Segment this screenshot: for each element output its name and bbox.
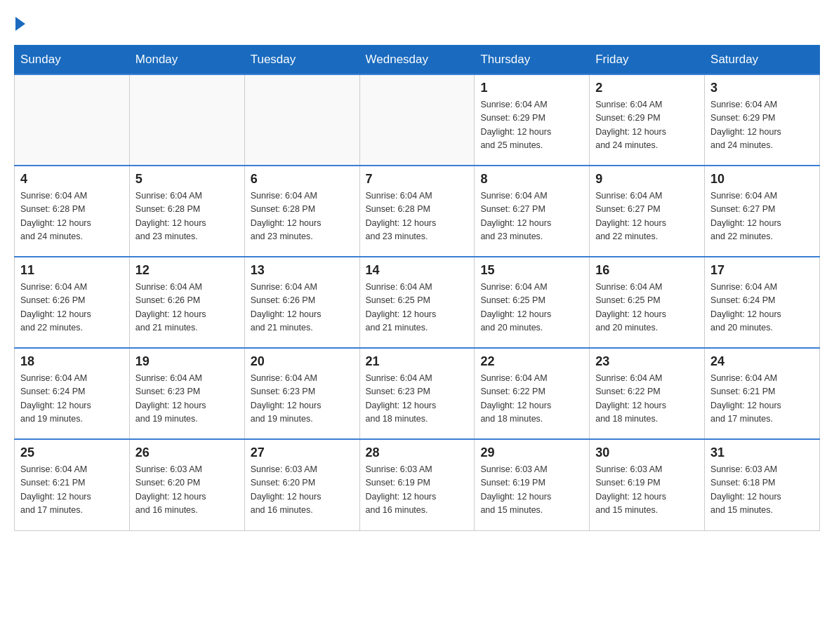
calendar-week-row: 11Sunrise: 6:04 AMSunset: 6:26 PMDayligh…: [15, 257, 820, 348]
day-number: 2: [595, 81, 699, 95]
day-info: Sunrise: 6:03 AMSunset: 6:20 PMDaylight:…: [251, 463, 354, 518]
day-number: 25: [20, 445, 124, 460]
day-number: 1: [480, 81, 583, 95]
day-info: Sunrise: 6:04 AMSunset: 6:26 PMDaylight:…: [251, 281, 354, 335]
day-number: 21: [366, 354, 469, 369]
day-info: Sunrise: 6:04 AMSunset: 6:28 PMDaylight:…: [251, 189, 354, 244]
calendar-cell: 28Sunrise: 6:03 AMSunset: 6:19 PMDayligh…: [359, 439, 475, 530]
day-info: Sunrise: 6:03 AMSunset: 6:19 PMDaylight:…: [366, 463, 469, 518]
calendar-cell: 2Sunrise: 6:04 AMSunset: 6:29 PMDaylight…: [590, 74, 705, 166]
day-of-week-header: Thursday: [475, 46, 590, 75]
day-info: Sunrise: 6:03 AMSunset: 6:19 PMDaylight:…: [595, 463, 699, 518]
day-info: Sunrise: 6:04 AMSunset: 6:24 PMDaylight:…: [710, 281, 814, 335]
logo: [14, 14, 25, 31]
day-number: 8: [480, 172, 583, 187]
day-number: 18: [20, 354, 124, 369]
calendar-cell: 22Sunrise: 6:04 AMSunset: 6:22 PMDayligh…: [475, 348, 590, 439]
day-info: Sunrise: 6:04 AMSunset: 6:22 PMDaylight:…: [480, 372, 583, 427]
calendar-cell: 23Sunrise: 6:04 AMSunset: 6:22 PMDayligh…: [590, 348, 705, 439]
day-number: 27: [251, 445, 354, 460]
day-number: 7: [366, 172, 469, 187]
calendar-cell: 27Sunrise: 6:03 AMSunset: 6:20 PMDayligh…: [244, 439, 359, 530]
day-number: 28: [366, 445, 469, 460]
calendar-cell: 9Sunrise: 6:04 AMSunset: 6:27 PMDaylight…: [590, 166, 705, 257]
day-number: 19: [135, 354, 239, 369]
calendar-week-row: 18Sunrise: 6:04 AMSunset: 6:24 PMDayligh…: [15, 348, 820, 439]
calendar-cell: 30Sunrise: 6:03 AMSunset: 6:19 PMDayligh…: [590, 439, 705, 530]
logo-triangle-icon: [15, 17, 25, 31]
day-info: Sunrise: 6:04 AMSunset: 6:26 PMDaylight:…: [135, 281, 239, 335]
day-info: Sunrise: 6:04 AMSunset: 6:25 PMDaylight:…: [595, 281, 699, 335]
day-number: 29: [480, 445, 583, 460]
day-number: 23: [595, 354, 699, 369]
day-number: 14: [366, 263, 469, 278]
calendar-cell: 14Sunrise: 6:04 AMSunset: 6:25 PMDayligh…: [359, 257, 475, 348]
day-info: Sunrise: 6:03 AMSunset: 6:19 PMDaylight:…: [480, 463, 583, 518]
calendar-cell: 25Sunrise: 6:04 AMSunset: 6:21 PMDayligh…: [15, 439, 130, 530]
day-number: 17: [710, 263, 814, 278]
calendar-cell: 18Sunrise: 6:04 AMSunset: 6:24 PMDayligh…: [15, 348, 130, 439]
day-info: Sunrise: 6:04 AMSunset: 6:25 PMDaylight:…: [366, 281, 469, 335]
day-of-week-header: Tuesday: [244, 46, 359, 75]
day-of-week-header: Saturday: [705, 46, 820, 75]
calendar-cell: 16Sunrise: 6:04 AMSunset: 6:25 PMDayligh…: [590, 257, 705, 348]
day-info: Sunrise: 6:04 AMSunset: 6:28 PMDaylight:…: [366, 189, 469, 244]
day-number: 6: [251, 172, 354, 187]
day-info: Sunrise: 6:04 AMSunset: 6:25 PMDaylight:…: [480, 281, 583, 335]
day-of-week-header: Sunday: [15, 46, 130, 75]
calendar-cell: 11Sunrise: 6:04 AMSunset: 6:26 PMDayligh…: [15, 257, 130, 348]
day-number: 31: [710, 445, 814, 460]
day-info: Sunrise: 6:04 AMSunset: 6:29 PMDaylight:…: [480, 98, 583, 153]
day-info: Sunrise: 6:03 AMSunset: 6:18 PMDaylight:…: [710, 463, 814, 518]
day-info: Sunrise: 6:04 AMSunset: 6:23 PMDaylight:…: [251, 372, 354, 427]
day-number: 11: [20, 263, 124, 278]
day-number: 20: [251, 354, 354, 369]
calendar-cell: [15, 74, 130, 166]
calendar-cell: 4Sunrise: 6:04 AMSunset: 6:28 PMDaylight…: [15, 166, 130, 257]
calendar-cell: 19Sunrise: 6:04 AMSunset: 6:23 PMDayligh…: [129, 348, 244, 439]
day-info: Sunrise: 6:03 AMSunset: 6:20 PMDaylight:…: [135, 463, 239, 518]
day-number: 26: [135, 445, 239, 460]
day-info: Sunrise: 6:04 AMSunset: 6:23 PMDaylight:…: [366, 372, 469, 427]
day-number: 4: [20, 172, 124, 187]
calendar-week-row: 4Sunrise: 6:04 AMSunset: 6:28 PMDaylight…: [15, 166, 820, 257]
day-number: 15: [480, 263, 583, 278]
calendar-cell: 8Sunrise: 6:04 AMSunset: 6:27 PMDaylight…: [475, 166, 590, 257]
day-info: Sunrise: 6:04 AMSunset: 6:29 PMDaylight:…: [595, 98, 699, 153]
day-info: Sunrise: 6:04 AMSunset: 6:29 PMDaylight:…: [710, 98, 814, 153]
day-info: Sunrise: 6:04 AMSunset: 6:24 PMDaylight:…: [20, 372, 124, 427]
day-info: Sunrise: 6:04 AMSunset: 6:27 PMDaylight:…: [710, 189, 814, 244]
calendar-cell: 26Sunrise: 6:03 AMSunset: 6:20 PMDayligh…: [129, 439, 244, 530]
calendar-table: SundayMondayTuesdayWednesdayThursdayFrid…: [14, 45, 820, 531]
calendar-cell: [129, 74, 244, 166]
calendar-cell: 21Sunrise: 6:04 AMSunset: 6:23 PMDayligh…: [359, 348, 475, 439]
day-number: 16: [595, 263, 699, 278]
calendar-week-row: 25Sunrise: 6:04 AMSunset: 6:21 PMDayligh…: [15, 439, 820, 530]
calendar-cell: 31Sunrise: 6:03 AMSunset: 6:18 PMDayligh…: [705, 439, 820, 530]
day-of-week-header: Wednesday: [359, 46, 475, 75]
calendar-cell: 17Sunrise: 6:04 AMSunset: 6:24 PMDayligh…: [705, 257, 820, 348]
day-info: Sunrise: 6:04 AMSunset: 6:28 PMDaylight:…: [20, 189, 124, 244]
calendar-cell: 20Sunrise: 6:04 AMSunset: 6:23 PMDayligh…: [244, 348, 359, 439]
day-info: Sunrise: 6:04 AMSunset: 6:26 PMDaylight:…: [20, 281, 124, 335]
day-info: Sunrise: 6:04 AMSunset: 6:27 PMDaylight:…: [595, 189, 699, 244]
day-of-week-header: Friday: [590, 46, 705, 75]
day-of-week-header: Monday: [129, 46, 244, 75]
calendar-cell: 7Sunrise: 6:04 AMSunset: 6:28 PMDaylight…: [359, 166, 475, 257]
page-header: [14, 14, 820, 31]
calendar-cell: 10Sunrise: 6:04 AMSunset: 6:27 PMDayligh…: [705, 166, 820, 257]
day-number: 3: [710, 81, 814, 95]
day-number: 24: [710, 354, 814, 369]
day-info: Sunrise: 6:04 AMSunset: 6:27 PMDaylight:…: [480, 189, 583, 244]
calendar-cell: 3Sunrise: 6:04 AMSunset: 6:29 PMDaylight…: [705, 74, 820, 166]
calendar-cell: 6Sunrise: 6:04 AMSunset: 6:28 PMDaylight…: [244, 166, 359, 257]
calendar-week-row: 1Sunrise: 6:04 AMSunset: 6:29 PMDaylight…: [15, 74, 820, 166]
calendar-cell: 29Sunrise: 6:03 AMSunset: 6:19 PMDayligh…: [475, 439, 590, 530]
calendar-cell: 15Sunrise: 6:04 AMSunset: 6:25 PMDayligh…: [475, 257, 590, 348]
day-info: Sunrise: 6:04 AMSunset: 6:21 PMDaylight:…: [710, 372, 814, 427]
calendar-cell: 12Sunrise: 6:04 AMSunset: 6:26 PMDayligh…: [129, 257, 244, 348]
day-number: 12: [135, 263, 239, 278]
calendar-cell: [359, 74, 475, 166]
day-number: 10: [710, 172, 814, 187]
day-number: 5: [135, 172, 239, 187]
